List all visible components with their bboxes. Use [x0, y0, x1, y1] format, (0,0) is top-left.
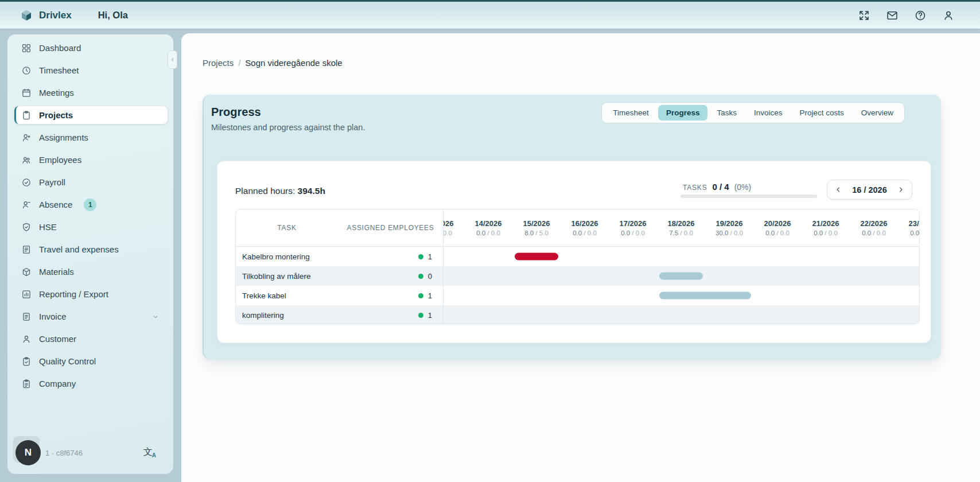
week-column-21-2026: 21/20260.0 / 0.0 [802, 219, 850, 236]
breadcrumb-separator: / [238, 58, 240, 68]
tasks-percent: (0%) [734, 182, 752, 192]
sidebar-item-meetings[interactable]: Meetings [14, 84, 168, 102]
sidebar-item-materials[interactable]: Materials [14, 263, 168, 281]
assigned-count: 0 [428, 272, 432, 281]
week-label: 14/2026 [464, 219, 512, 228]
week-label: 23/2026 [898, 219, 919, 228]
assignments-icon [21, 133, 32, 143]
version-text: 1 · c8f6746 [45, 449, 83, 457]
sidebar-item-label: Customer [39, 334, 76, 344]
week-column-14-2026: 14/20260.0 / 0.0 [464, 219, 512, 236]
week-hours: 0.0 / 0.0 [464, 230, 512, 236]
sidebar-collapse-button[interactable] [168, 50, 177, 69]
assigned-employees-cell: 1 [338, 286, 443, 305]
absence-icon [21, 200, 32, 210]
sidebar-item-label: Invoice [39, 312, 67, 321]
sidebar-item-hse[interactable]: HSE [14, 218, 168, 236]
week-hours: 0.0 / 0.0 [898, 230, 919, 236]
drivlex-logo-icon [20, 9, 33, 22]
gantt-header: TASK ASSIGNED EMPLOYEES 13/20260.0 / 0.0… [236, 209, 919, 247]
sidebar-item-projects[interactable]: Projects [14, 106, 168, 124]
company-icon [21, 379, 32, 389]
employees-icon [21, 155, 32, 165]
sidebar-item-assignments[interactable]: Assignments [14, 129, 168, 146]
task-row-trekke-kabel: Trekke kabel1 [236, 286, 919, 305]
sidebar-item-customer[interactable]: Customer [14, 330, 168, 348]
breadcrumb: Projects / Sogn videregående skole [203, 58, 343, 68]
assigned-employees-cell: 1 [338, 305, 443, 324]
gantt-body: Kabelbro montering1Tilkobling av målere0… [236, 247, 919, 324]
sidebar-item-employees[interactable]: Employees [14, 151, 168, 169]
tab-timesheet[interactable]: Timesheet [605, 105, 657, 120]
avatar[interactable]: N [15, 440, 41, 465]
tab-overview[interactable]: Overview [853, 105, 901, 120]
brand-name: Drivlex [39, 10, 72, 21]
progress-card: Progress Milestones and progress against… [203, 95, 941, 359]
breadcrumb-projects-link[interactable]: Projects [203, 58, 234, 68]
sidebar-item-label: Timesheet [39, 65, 79, 75]
translate-icon[interactable]: 文A [143, 448, 156, 458]
tab-progress[interactable]: Progress [658, 105, 708, 120]
sidebar-item-quality-control[interactable]: Quality Control [14, 352, 168, 370]
status-dot-icon [418, 293, 423, 298]
week-column-20-2026: 20/20260.0 / 0.0 [753, 219, 802, 236]
tasks-count: 0 / 4 [712, 182, 729, 192]
assigned-count: 1 [428, 252, 432, 261]
sidebar-item-label: HSE [39, 222, 57, 232]
fullscreen-icon[interactable] [858, 9, 870, 22]
sidebar-item-travel-and-expenses[interactable]: Travel and expenses [14, 240, 168, 258]
gantt-bar[interactable] [659, 292, 751, 300]
chevron-left-icon [170, 57, 176, 63]
week-label: 16/2026 [561, 219, 609, 228]
hse-icon [21, 222, 32, 232]
sidebar-item-dashboard[interactable]: Dashboard [14, 39, 168, 57]
assigned-count: 1 [428, 291, 432, 300]
sidebar-item-invoice[interactable]: Invoice [14, 308, 168, 325]
materials-icon [21, 267, 32, 277]
sidebar-item-reporting-export[interactable]: Reporting / Export [14, 285, 168, 303]
sidebar-item-company[interactable]: Company [14, 375, 168, 392]
assigned-count: 1 [428, 311, 432, 320]
tab-tasks[interactable]: Tasks [709, 105, 745, 120]
week-hours: 0.0 / 0.0 [443, 230, 464, 236]
prev-week-button[interactable] [834, 185, 843, 194]
task-name: komplitering [236, 305, 338, 324]
meetings-icon [21, 88, 32, 98]
user-icon[interactable] [942, 9, 955, 22]
gantt-bar[interactable] [515, 253, 558, 261]
customer-icon [21, 334, 32, 344]
week-column-17-2026: 17/20260.0 / 0.0 [609, 219, 657, 236]
dashboard-icon [21, 43, 32, 53]
tab-invoices[interactable]: Invoices [746, 105, 791, 120]
help-icon[interactable] [914, 9, 927, 22]
week-hours: 30.0 / 0.0 [705, 230, 753, 236]
gantt-bar[interactable] [659, 273, 703, 280]
sidebar-nav: DashboardTimesheetMeetingsProjectsAssign… [7, 34, 173, 392]
gantt-table: TASK ASSIGNED EMPLOYEES 13/20260.0 / 0.0… [235, 209, 920, 324]
next-week-button[interactable] [896, 185, 905, 194]
sidebar-item-absence[interactable]: Absence1 [14, 196, 168, 213]
week-column-16-2026: 16/20260.0 / 0.0 [561, 219, 609, 236]
sidebar-item-label: Employees [39, 155, 81, 165]
brand: Drivlex [20, 9, 72, 22]
sidebar-item-label: Projects [39, 110, 73, 120]
topbar-actions [858, 9, 955, 22]
sidebar-item-label: Quality Control [39, 356, 96, 366]
sidebar-item-timesheet[interactable]: Timesheet [14, 61, 168, 79]
mail-icon[interactable] [886, 9, 899, 22]
week-label: 21/2026 [802, 219, 850, 228]
sidebar-item-label: Absence [39, 200, 72, 209]
task-row-timeline [443, 286, 919, 305]
sidebar-item-label: Meetings [39, 88, 74, 98]
task-name: Tilkobling av målere [236, 266, 338, 286]
tasks-label: TASKS [683, 184, 707, 192]
task-row-timeline [443, 266, 919, 286]
task-row-kabelbro-montering: Kabelbro montering1 [236, 247, 919, 266]
quality-control-icon [21, 356, 32, 367]
sidebar-item-payroll[interactable]: Payroll [14, 173, 168, 191]
travel-and-expenses-icon [21, 244, 32, 255]
planned-hours: Planned hours: 394.5h [235, 186, 325, 196]
week-hours: 7.5 / 0.0 [657, 230, 705, 236]
tab-project-costs[interactable]: Project costs [791, 105, 851, 120]
card-subtitle: Milestones and progress against the plan… [211, 123, 365, 132]
